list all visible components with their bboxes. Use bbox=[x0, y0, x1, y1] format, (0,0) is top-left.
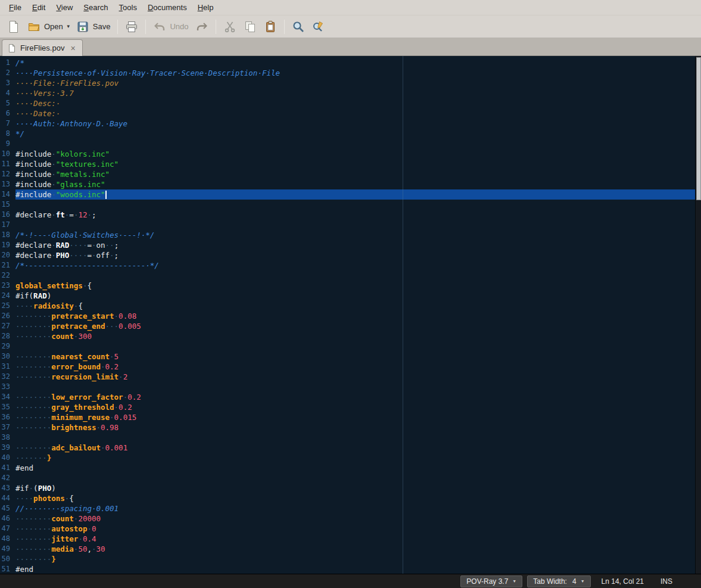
menu-view[interactable]: View bbox=[51, 1, 78, 14]
code-line[interactable]: 9 bbox=[0, 139, 695, 149]
code-line[interactable]: 21/*·--------------------------·*/ bbox=[0, 260, 695, 270]
tab-fireflies[interactable]: FireFlies.pov × bbox=[2, 39, 83, 56]
save-button[interactable]: Save bbox=[73, 18, 114, 36]
line-number: 9 bbox=[0, 139, 15, 149]
code-line[interactable]: 1/* bbox=[0, 58, 695, 68]
line-number: 49 bbox=[0, 544, 15, 554]
code-line[interactable]: 51#end bbox=[0, 564, 695, 574]
code-line[interactable]: 40·······} bbox=[0, 453, 695, 463]
code-line[interactable]: 25····radiosity·{ bbox=[0, 301, 695, 311]
new-file-button[interactable] bbox=[4, 18, 24, 36]
code-text: ········minimum_reuse·0.015 bbox=[15, 412, 695, 422]
paste-button[interactable] bbox=[260, 18, 281, 36]
language-selector[interactable]: POV-Ray 3.7 ▼ bbox=[460, 575, 522, 587]
code-line[interactable]: 49········media·50,·30 bbox=[0, 544, 695, 554]
code-line[interactable]: 26········pretrace_start·0.08 bbox=[0, 311, 695, 321]
code-line[interactable]: 19#declare·RAD····=·on··; bbox=[0, 240, 695, 250]
menu-documents[interactable]: Documents bbox=[142, 1, 192, 14]
line-number: 2 bbox=[0, 68, 15, 78]
code-line[interactable]: 27········pretrace_end···0.005 bbox=[0, 321, 695, 331]
code-text: /*·--------------------------·*/ bbox=[15, 260, 695, 270]
toolbar-separator bbox=[145, 20, 146, 34]
menu-file[interactable]: File bbox=[4, 1, 27, 14]
code-line[interactable]: 5····Desc:· bbox=[0, 98, 695, 108]
code-line[interactable]: 33 bbox=[0, 382, 695, 392]
code-line[interactable]: 7····Auth:·Anthony·D.·Baye bbox=[0, 119, 695, 129]
line-number: 4 bbox=[0, 88, 15, 98]
code-line[interactable]: 4····Vers:·3.7 bbox=[0, 88, 695, 98]
code-text: #end bbox=[15, 564, 695, 574]
vertical-scrollbar[interactable] bbox=[695, 56, 701, 574]
line-number: 28 bbox=[0, 331, 15, 341]
find-replace-button[interactable] bbox=[309, 18, 329, 36]
line-number: 11 bbox=[0, 159, 15, 169]
code-line[interactable]: 44····photons·{ bbox=[0, 493, 695, 503]
code-line[interactable]: 29 bbox=[0, 341, 695, 351]
insert-mode-indicator: INS bbox=[661, 577, 672, 586]
line-number: 19 bbox=[0, 240, 15, 250]
code-line[interactable]: 45//········spacing·0.001 bbox=[0, 503, 695, 514]
code-line[interactable]: 14#include·"woods.inc" bbox=[0, 189, 695, 200]
line-number: 21 bbox=[0, 260, 15, 270]
menu-help[interactable]: Help bbox=[192, 1, 219, 14]
redo-button[interactable] bbox=[192, 18, 212, 36]
code-line[interactable]: 50········} bbox=[0, 554, 695, 564]
code-editor[interactable]: 1/*2····Persistence·of·Vision·Ray·Tracer… bbox=[0, 56, 701, 574]
code-line[interactable]: 42 bbox=[0, 473, 695, 483]
code-line[interactable]: 3····File:·FireFlies.pov bbox=[0, 78, 695, 88]
menubar: File Edit View Search Tools Documents He… bbox=[0, 0, 701, 15]
open-dropdown-button[interactable]: ▼ bbox=[64, 21, 73, 32]
code-line[interactable]: 11#include·"textures.inc" bbox=[0, 159, 695, 169]
code-line[interactable]: 35········gray_threshold·0.2 bbox=[0, 402, 695, 412]
code-line[interactable]: 32········recursion_limit·2 bbox=[0, 372, 695, 382]
code-line[interactable]: 6····Date:· bbox=[0, 108, 695, 119]
code-line[interactable]: 22 bbox=[0, 270, 695, 281]
undo-button[interactable]: Undo bbox=[149, 18, 192, 36]
code-line[interactable]: 18/*·!---·Global·Switches·---!·*/ bbox=[0, 230, 695, 240]
code-line[interactable]: 24#if(RAD) bbox=[0, 291, 695, 301]
code-line[interactable]: 17 bbox=[0, 220, 695, 230]
menu-edit[interactable]: Edit bbox=[27, 1, 51, 14]
cut-button[interactable] bbox=[220, 18, 240, 36]
code-line[interactable]: 41#end bbox=[0, 463, 695, 473]
code-line[interactable]: 43#if·(PHO) bbox=[0, 483, 695, 493]
code-line[interactable]: 13#include·"glass.inc" bbox=[0, 179, 695, 189]
code-line[interactable]: 48········jitter·0.4 bbox=[0, 534, 695, 544]
code-line[interactable]: 8*/ bbox=[0, 129, 695, 139]
open-button[interactable]: Open bbox=[24, 18, 67, 36]
code-line[interactable]: 34········low_error_factor·0.2 bbox=[0, 392, 695, 402]
code-line[interactable]: 16#declare·ft·=·12·; bbox=[0, 210, 695, 220]
code-line[interactable]: 30········nearest_count·5 bbox=[0, 351, 695, 362]
code-line[interactable]: 47········autostop·0 bbox=[0, 524, 695, 534]
code-line[interactable]: 2····Persistence·of·Vision·Ray·Tracer·Sc… bbox=[0, 68, 695, 78]
menu-search[interactable]: Search bbox=[78, 1, 113, 14]
code-line[interactable]: 37········brightness·0.98 bbox=[0, 422, 695, 433]
paste-clipboard-icon bbox=[264, 20, 277, 33]
code-line[interactable]: 20#declare·PHO····=·off·; bbox=[0, 250, 695, 260]
line-number: 45 bbox=[0, 503, 15, 514]
code-line[interactable]: 31········error_bound·0.2 bbox=[0, 362, 695, 372]
code-line[interactable]: 39········adc_bailout·0.001 bbox=[0, 443, 695, 453]
line-number: 35 bbox=[0, 402, 15, 412]
code-text: ····Persistence·of·Vision·Ray·Tracer·Sce… bbox=[15, 68, 695, 78]
code-line[interactable]: 23global_settings·{ bbox=[0, 281, 695, 291]
code-line[interactable]: 15 bbox=[0, 200, 695, 210]
code-line[interactable]: 46········count·20000 bbox=[0, 514, 695, 524]
menu-tools[interactable]: Tools bbox=[114, 1, 142, 14]
code-line[interactable]: 28········count·300 bbox=[0, 331, 695, 341]
code-text: #if·(PHO) bbox=[15, 483, 695, 493]
find-button[interactable] bbox=[288, 18, 309, 36]
undo-button-label: Undo bbox=[170, 22, 188, 31]
copy-button[interactable] bbox=[240, 18, 260, 36]
print-button[interactable] bbox=[121, 18, 142, 36]
code-line[interactable]: 38 bbox=[0, 433, 695, 443]
code-text: global_settings·{ bbox=[15, 281, 695, 291]
line-number: 36 bbox=[0, 412, 15, 422]
tab-width-selector[interactable]: Tab Width: 4 ▼ bbox=[527, 575, 590, 587]
code-line[interactable]: 10#include·"kolors.inc" bbox=[0, 149, 695, 159]
line-number: 39 bbox=[0, 443, 15, 453]
code-line[interactable]: 36········minimum_reuse·0.015 bbox=[0, 412, 695, 422]
code-line[interactable]: 12#include·"metals.inc" bbox=[0, 169, 695, 179]
scrollbar-thumb[interactable] bbox=[696, 57, 701, 200]
close-icon[interactable]: × bbox=[68, 44, 77, 52]
